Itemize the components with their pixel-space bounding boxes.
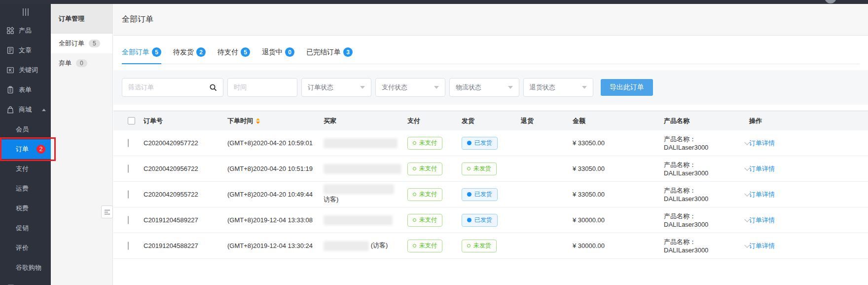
sidebar-item-商城[interactable]: 商城 [0, 100, 51, 120]
sidebar-subitem-运费[interactable]: 运费 [0, 179, 51, 199]
order-nav-title: 订单管理 [51, 4, 112, 34]
sidebar-subitem-label: 促销 [16, 224, 29, 233]
sidebar-subitem-评价[interactable]: 评价 [0, 238, 51, 258]
sidebar-item-文章[interactable]: 文章 [0, 41, 51, 60]
sidebar-subitem-促销[interactable]: 促销 [0, 218, 51, 238]
sidebar-item-产品[interactable]: 产品 [0, 21, 51, 41]
sidebar-subitem-label: 评价 [16, 244, 29, 252]
order-nav-panel: 订单管理 全部订单 5 弃单 0 [51, 4, 113, 285]
row-checkbox[interactable] [128, 242, 129, 250]
sidebar-collapse-icon[interactable] [0, 6, 51, 17]
page-title-band: 全部订单 [113, 4, 868, 36]
sidebar-subitem-税费[interactable]: 税费 [0, 199, 51, 218]
order-detail-link[interactable]: 订单详情 [749, 242, 775, 249]
buyer-redacted [324, 184, 394, 194]
pay-status-badge: 未支付 [407, 163, 442, 175]
row-checkbox[interactable] [128, 164, 129, 173]
tab-label: 退货中 [262, 48, 283, 57]
order-number: C20191204589227 [144, 216, 227, 224]
table-row: C20200420957722 (GMT+8)2020-04-20 10:59:… [113, 130, 868, 156]
buyer-extra-text: 访客) [324, 196, 338, 203]
column-header-产品名称: 产品名称 [664, 117, 749, 125]
order-nav-item-全部订单[interactable]: 全部订单 5 [51, 34, 112, 53]
order-time: (GMT+8)2019-12-04 13:33:08 [227, 216, 324, 224]
ship-status-badge: 未发货 [462, 240, 497, 252]
status-dot-icon [467, 218, 471, 222]
sidebar-subitem-label: 谷歌购物 [16, 263, 41, 272]
orders-table: 订单号 下单时间 买家 支付 发货 退货 金额 产品名称 操作 C2020042… [113, 111, 868, 259]
order-number: C20200420957722 [144, 139, 227, 147]
tab-全部订单[interactable]: 全部订单 5 [122, 46, 161, 64]
tab-待发货[interactable]: 待发货 2 [173, 46, 206, 64]
panel-toggle-button[interactable] [101, 205, 113, 218]
column-header-label: 退货 [521, 117, 534, 125]
select-return-status[interactable]: 退货状态 [523, 78, 593, 97]
column-header-label: 买家 [324, 117, 336, 125]
pay-status-badge: 未支付 [407, 188, 442, 201]
sidebar-subitem-clipped[interactable] [0, 278, 51, 285]
article-icon [6, 46, 14, 54]
sidebar-subitem-支付[interactable]: 支付 [0, 159, 51, 179]
order-amount: ¥ 30000.00 [573, 216, 664, 224]
select-logistics-status[interactable]: 物流状态 [449, 78, 519, 97]
row-checkbox[interactable] [128, 139, 129, 147]
tab-已完结订单[interactable]: 已完结订单 3 [306, 46, 353, 64]
tab-待支付[interactable]: 待支付 5 [217, 46, 250, 64]
order-detail-link[interactable]: 订单详情 [749, 139, 775, 147]
user-avatar[interactable] [825, 0, 836, 3]
table-header-row: 订单号 下单时间 买家 支付 发货 退货 金额 产品名称 操作 [113, 111, 868, 130]
sidebar-item-label: 关键词 [19, 66, 38, 75]
sidebar-item-表单[interactable]: 表单 [0, 80, 51, 100]
product-name: 产品名称：DALILaser3000 [664, 161, 736, 177]
notification-badge: 2 [36, 145, 45, 154]
product-name: 产品名称：DALILaser3000 [664, 212, 736, 228]
sidebar-subitem-谷歌购物[interactable]: 谷歌购物 [0, 258, 51, 278]
status-dot-icon [467, 192, 471, 197]
column-header-label: 订单号 [144, 117, 163, 125]
sidebar-item-label: 表单 [19, 85, 32, 94]
main-content: 全部订单 全部订单 5 待发货 2 待支付 5 退货中 0 已完结订单 3 筛选… [113, 4, 868, 285]
order-nav-item-label: 弃单 [59, 59, 72, 68]
order-detail-link[interactable]: 订单详情 [749, 191, 775, 198]
order-detail-link[interactable]: 订单详情 [749, 216, 775, 224]
sort-asc-icon [256, 118, 260, 121]
column-header-发货: 发货 [462, 117, 521, 125]
order-number: C20200420956722 [144, 165, 227, 172]
buyer-redacted [324, 138, 398, 148]
status-dot-icon [413, 167, 416, 170]
pay-status-label: 未支付 [419, 216, 437, 224]
top-navbar [0, 0, 868, 4]
sidebar-item-关键词[interactable]: 关键词 [0, 60, 51, 80]
tab-count-badge: 0 [285, 47, 294, 57]
row-checkbox[interactable] [128, 216, 129, 224]
search-icon[interactable] [209, 83, 217, 91]
column-header-操作: 操作 [749, 117, 868, 125]
tab-退货中[interactable]: 退货中 0 [262, 46, 294, 64]
order-nav-item-弃单[interactable]: 弃单 0 [51, 53, 112, 73]
sidebar-item-label: 产品 [19, 26, 32, 35]
pay-status-badge: 未支付 [407, 137, 442, 150]
sidebar-subitem-订单[interactable]: 订单 2 [0, 139, 51, 159]
sidebar-subitem-会员[interactable]: 会员 [0, 120, 51, 139]
export-orders-button[interactable]: 导出此订单 [601, 79, 653, 96]
row-checkbox[interactable] [128, 190, 129, 199]
table-row: C20200420956722 (GMT+8)2020-04-20 10:51:… [113, 156, 868, 182]
buyer-redacted [324, 164, 401, 174]
table-row: C20191204588227 (GMT+8)2019-12-04 13:30:… [113, 233, 868, 259]
time-input[interactable]: 时间 [227, 78, 297, 97]
order-detail-link[interactable]: 订单详情 [749, 165, 775, 172]
sort-control[interactable] [256, 118, 260, 124]
search-input[interactable]: 筛选订单 [122, 78, 223, 97]
status-dot-icon [467, 244, 470, 247]
select-pay-status[interactable]: 支付状态 [375, 78, 445, 97]
order-number: C20191204588227 [144, 242, 227, 249]
order-time: (GMT+8)2020-04-20 10:49:44 [227, 191, 324, 198]
order-time: (GMT+8)2020-04-20 10:59:01 [227, 139, 324, 147]
mall-bag-icon [6, 106, 14, 114]
filter-select-label: 订单状态 [308, 83, 333, 92]
select-order-status[interactable]: 订单状态 [301, 78, 371, 97]
form-icon [6, 86, 14, 94]
select-all-checkbox[interactable] [128, 117, 135, 124]
filter-selects: 订单状态 支付状态 物流状态 退货状态 [301, 78, 593, 97]
tab-count-badge: 2 [196, 47, 206, 57]
